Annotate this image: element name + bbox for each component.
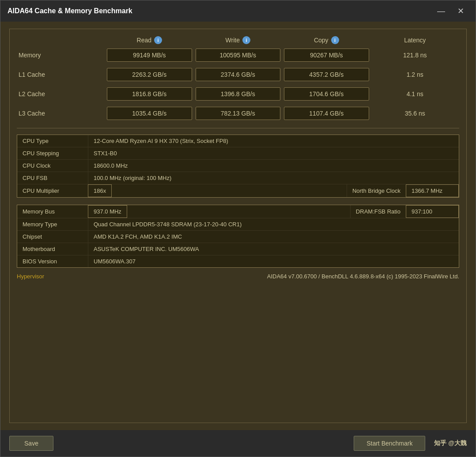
memory-copy: 90267 MB/s xyxy=(284,49,369,62)
cpu-multiplier-value: 186x xyxy=(88,184,112,197)
memory-row: Memory 99149 MB/s 100595 MB/s 90267 MB/s… xyxy=(17,48,459,63)
copy-info-icon[interactable]: i xyxy=(331,36,339,44)
l3-read: 1035.4 GB/s xyxy=(107,107,192,120)
chipset-value: AMD K1A.2 FCH, AMD K1A.2 IMC xyxy=(88,231,459,243)
l2-latency: 4.1 ns xyxy=(371,90,460,97)
content-area: Read i Write i Copy i Latency Memory 99 xyxy=(0,22,476,430)
copy-header: Copy i xyxy=(282,36,371,44)
l1-cache-row: L1 Cache 2263.2 GB/s 2374.6 GB/s 4357.2 … xyxy=(17,67,459,82)
memory-read: 99149 MB/s xyxy=(107,49,192,62)
cpu-stepping-value: STX1-B0 xyxy=(88,147,459,159)
dram-fsb-label: DRAM:FSB Ratio xyxy=(351,206,406,217)
dram-fsb-right: DRAM:FSB Ratio 937:100 xyxy=(350,205,459,218)
start-benchmark-button[interactable]: Start Benchmark xyxy=(354,436,425,451)
cpu-multiplier-label: CPU Multiplier xyxy=(17,185,88,197)
watermark: 知乎 @大魏 xyxy=(434,439,467,447)
read-info-icon[interactable]: i xyxy=(154,36,162,44)
read-header: Read i xyxy=(105,36,194,44)
hypervisor-row: Hypervisor AIDA64 v7.00.6700 / BenchDLL … xyxy=(17,271,459,281)
cpu-type-row: CPU Type 12-Core AMD Ryzen AI 9 HX 370 (… xyxy=(17,135,459,147)
close-button[interactable]: ✕ xyxy=(453,4,468,18)
l1-copy: 4357.2 GB/s xyxy=(284,68,369,81)
cpu-multiplier-row: CPU Multiplier 186x North Bridge Clock 1… xyxy=(17,184,459,197)
l2-read: 1816.8 GB/s xyxy=(107,87,192,101)
memory-bus-value: 937.0 MHz xyxy=(88,205,127,218)
memory-type-row: Memory Type Quad Channel LPDDR5-3748 SDR… xyxy=(17,218,459,231)
bottom-bar: Save Start Benchmark 知乎 @大魏 xyxy=(0,430,476,457)
north-bridge-label: North Bridge Clock xyxy=(347,185,406,197)
l3-latency: 35.6 ns xyxy=(371,110,460,117)
memory-type-value: Quad Channel LPDDR5-3748 SDRAM (23-17-20… xyxy=(88,218,459,230)
bios-label: BIOS Version xyxy=(17,255,88,267)
write-header: Write i xyxy=(194,36,283,44)
memory-bus-label: Memory Bus xyxy=(17,206,88,217)
l2-cache-row: L2 Cache 1816.8 GB/s 1396.8 GB/s 1704.6 … xyxy=(17,86,459,101)
hypervisor-label: Hypervisor xyxy=(17,273,87,280)
motherboard-value: ASUSTeK COMPUTER INC. UM5606WA xyxy=(88,243,459,255)
l3-write: 782.13 GB/s xyxy=(196,107,281,120)
minimize-button[interactable]: — xyxy=(433,5,450,18)
cpu-fsb-value: 100.0 MHz (original: 100 MHz) xyxy=(88,172,459,184)
chipset-label: Chipset xyxy=(17,231,88,243)
column-headers: Read i Write i Copy i Latency xyxy=(17,36,459,44)
hypervisor-value: AIDA64 v7.00.6700 / BenchDLL 4.6.889.8-x… xyxy=(87,273,459,280)
motherboard-label: Motherboard xyxy=(17,243,88,255)
title-bar: AIDA64 Cache & Memory Benchmark — ✕ xyxy=(0,0,476,22)
l1-read: 2263.2 GB/s xyxy=(107,68,192,81)
l2-copy: 1704.6 GB/s xyxy=(284,87,369,101)
memory-write: 100595 MB/s xyxy=(196,49,281,62)
memory-type-label: Memory Type xyxy=(17,218,88,230)
cpu-clock-value: 18600.0 MHz xyxy=(88,160,459,172)
divider-1 xyxy=(17,128,459,128)
cpu-type-label: CPU Type xyxy=(17,135,88,147)
cpu-info-section: CPU Type 12-Core AMD Ryzen AI 9 HX 370 (… xyxy=(17,135,459,198)
latency-header: Latency xyxy=(371,37,460,44)
l3-copy: 1107.4 GB/s xyxy=(284,107,369,120)
l3-label: L3 Cache xyxy=(17,110,105,117)
cpu-stepping-label: CPU Stepping xyxy=(17,147,88,159)
l1-latency: 1.2 ns xyxy=(371,71,460,78)
chipset-row: Chipset AMD K1A.2 FCH, AMD K1A.2 IMC xyxy=(17,231,459,243)
spacer-1 xyxy=(17,198,459,201)
memory-info-section: Memory Bus 937.0 MHz DRAM:FSB Ratio 937:… xyxy=(17,205,459,268)
memory-bus-row: Memory Bus 937.0 MHz DRAM:FSB Ratio 937:… xyxy=(17,205,459,218)
cpu-fsb-row: CPU FSB 100.0 MHz (original: 100 MHz) xyxy=(17,172,459,184)
cpu-type-value: 12-Core AMD Ryzen AI 9 HX 370 (Strix, So… xyxy=(88,135,459,147)
cpu-multiplier-left: CPU Multiplier 186x xyxy=(17,184,347,197)
memory-label: Memory xyxy=(17,52,105,59)
main-window: AIDA64 Cache & Memory Benchmark — ✕ Read… xyxy=(0,0,476,457)
save-button[interactable]: Save xyxy=(9,436,53,451)
l1-write: 2374.6 GB/s xyxy=(196,68,281,81)
l2-label: L2 Cache xyxy=(17,90,105,97)
main-panel: Read i Write i Copy i Latency Memory 99 xyxy=(9,29,467,423)
cpu-clock-label: CPU Clock xyxy=(17,160,88,172)
l1-label: L1 Cache xyxy=(17,71,105,78)
north-bridge-value: 1366.7 MHz xyxy=(406,184,459,197)
window-title: AIDA64 Cache & Memory Benchmark xyxy=(8,7,433,15)
memory-bus-left: Memory Bus 937.0 MHz xyxy=(17,205,350,218)
write-info-icon[interactable]: i xyxy=(242,36,250,44)
north-bridge-right: North Bridge Clock 1366.7 MHz xyxy=(347,184,459,197)
memory-latency: 121.8 ns xyxy=(371,52,460,59)
cpu-clock-row: CPU Clock 18600.0 MHz xyxy=(17,160,459,172)
window-controls: — ✕ xyxy=(433,4,468,18)
dram-fsb-value: 937:100 xyxy=(406,205,459,218)
cpu-fsb-label: CPU FSB xyxy=(17,172,88,184)
bios-row: BIOS Version UM5606WA.307 xyxy=(17,255,459,267)
l3-cache-row: L3 Cache 1035.4 GB/s 782.13 GB/s 1107.4 … xyxy=(17,106,459,121)
bios-value: UM5606WA.307 xyxy=(88,255,459,267)
l2-write: 1396.8 GB/s xyxy=(196,87,281,101)
motherboard-row: Motherboard ASUSTeK COMPUTER INC. UM5606… xyxy=(17,243,459,255)
cpu-stepping-row: CPU Stepping STX1-B0 xyxy=(17,147,459,160)
